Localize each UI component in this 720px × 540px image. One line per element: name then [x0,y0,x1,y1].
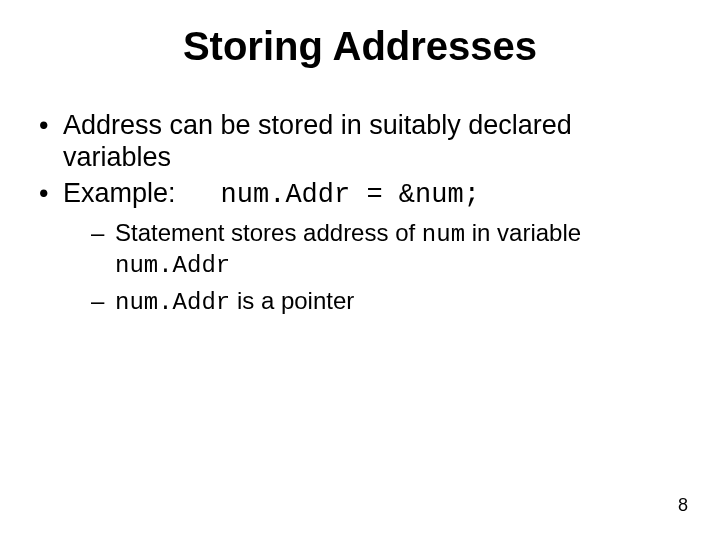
sub-bullet-1-text-b: in variable [465,219,581,246]
sub-bullet-1-code-1: num [422,221,465,248]
bullet-2-spacer [183,178,213,208]
sub-bullet-2-code: num.Addr [115,289,230,316]
bullet-2-code: num.Addr = &num; [221,180,480,210]
slide-title: Storing Addresses [0,24,720,69]
sub-bullet-2: num.Addr is a pointer [63,286,685,317]
sub-bullet-1-code-2: num.Addr [115,252,230,279]
sub-bullet-1-text-a: Statement stores address of [115,219,422,246]
bullet-2-label: Example: [63,178,176,208]
sub-bullet-2-text: is a pointer [230,287,354,314]
bullet-2: Example: num.Addr = &num; Statement stor… [35,178,685,318]
page-number: 8 [678,495,688,516]
sub-bullet-list: Statement stores address of num in varia… [63,218,685,318]
sub-bullet-1: Statement stores address of num in varia… [63,218,685,281]
bullet-1: Address can be stored in suitably declar… [35,110,685,174]
bullet-list: Address can be stored in suitably declar… [35,110,685,317]
bullet-1-text: Address can be stored in suitably declar… [63,110,572,172]
slide: Storing Addresses Address can be stored … [0,0,720,540]
slide-body: Address can be stored in suitably declar… [35,110,685,323]
